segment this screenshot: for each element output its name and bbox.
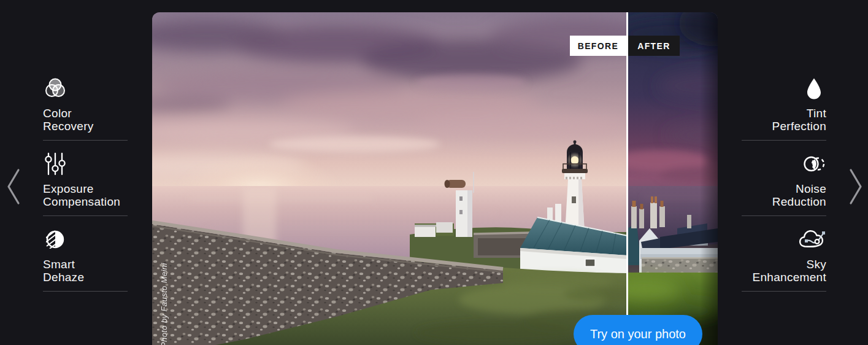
feature-label: Color Recovery <box>43 107 141 133</box>
feature-label-line1: Smart <box>43 258 141 271</box>
feature-label: Sky Enhancement <box>752 258 826 284</box>
feature-color-recovery: Color Recovery <box>43 76 141 141</box>
feature-smart-dehaze: Smart Dehaze <box>43 227 141 292</box>
separator <box>43 291 128 292</box>
after-toggle-button[interactable]: AFTER <box>628 36 680 56</box>
feature-label-line2: Reduction <box>772 195 826 208</box>
exposure-compensation-icon <box>43 152 67 176</box>
carousel-prev-button[interactable] <box>5 167 23 206</box>
color-recovery-icon <box>43 76 67 101</box>
feature-label-line2: Perfection <box>772 120 826 133</box>
separator <box>43 215 128 216</box>
lighthouse-photo-illustration <box>152 12 718 345</box>
photo-credit: Photo by Fausto Meini <box>159 263 169 345</box>
separator <box>742 291 826 292</box>
smart-dehaze-icon <box>43 227 67 252</box>
separator <box>43 140 128 141</box>
feature-label: Exposure Compensation <box>43 182 141 208</box>
separator <box>742 215 826 216</box>
try-on-your-photo-button[interactable]: Try on your photo <box>574 315 702 345</box>
noise-reduction-icon <box>802 152 826 176</box>
feature-label-line2: Compensation <box>43 195 141 208</box>
before-after-divider[interactable] <box>626 12 628 345</box>
feature-sky-enhancement: Sky Enhancement <box>704 227 826 292</box>
before-after-photo: BEFORE AFTER Photo by Fausto Meini Try o… <box>152 12 718 345</box>
feature-noise-reduction: Noise Reduction <box>704 152 826 216</box>
feature-label-line1: Color <box>43 107 141 120</box>
separator <box>742 140 826 141</box>
chevron-left-icon <box>5 167 23 206</box>
carousel-next-button[interactable] <box>846 167 864 206</box>
feature-label-line2: Recovery <box>43 120 141 133</box>
feature-label-line1: Noise <box>772 182 826 195</box>
sky-enhancement-icon <box>797 227 826 252</box>
feature-label: Tint Perfection <box>772 107 826 133</box>
feature-label-line2: Enhancement <box>752 271 826 284</box>
feature-label-line1: Tint <box>772 107 826 120</box>
feature-exposure-compensation: Exposure Compensation <box>43 152 141 216</box>
chevron-right-icon <box>846 167 864 206</box>
feature-label-line1: Exposure <box>43 182 141 195</box>
before-toggle-button[interactable]: BEFORE <box>570 36 626 56</box>
feature-label: Noise Reduction <box>772 182 826 208</box>
tint-perfection-icon <box>802 76 826 101</box>
feature-label-line2: Dehaze <box>43 271 141 284</box>
feature-label-line1: Sky <box>752 258 826 271</box>
feature-tint-perfection: Tint Perfection <box>704 76 826 141</box>
feature-label: Smart Dehaze <box>43 258 141 284</box>
